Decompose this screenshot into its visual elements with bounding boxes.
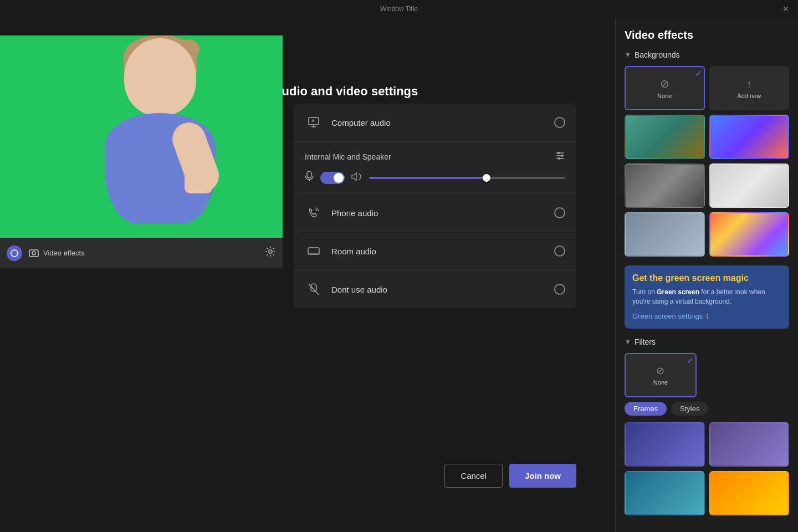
volume-icon [351, 172, 362, 183]
video-effects-label: Video effects [43, 249, 85, 257]
promo-text: Turn on Green screen for a better look w… [632, 288, 781, 306]
background-sunset[interactable] [709, 115, 790, 159]
person-head [124, 38, 196, 116]
background-office[interactable] [625, 115, 705, 159]
phone-audio-icon [305, 204, 323, 222]
svg-rect-1 [29, 250, 38, 257]
no-audio-radio[interactable] [554, 284, 565, 295]
filter-grid [625, 422, 789, 515]
background-colorful[interactable] [709, 212, 790, 257]
background-none[interactable]: ⊘ None ✓ [625, 66, 705, 110]
green-screen-promo: Get the green screen magic Turn on Green… [625, 265, 789, 329]
background-room[interactable] [625, 163, 705, 208]
room-audio-radio[interactable] [554, 245, 565, 257]
volume-slider-thumb [483, 174, 490, 182]
room-audio-label: Room audio [331, 247, 554, 256]
filter-item-1[interactable] [625, 422, 705, 467]
internal-mic-section: Internal Mic and Speaker [294, 142, 576, 194]
filter-none[interactable]: ⊘ None ✓ [625, 353, 697, 397]
background-blur[interactable] [625, 212, 705, 257]
camera-toggle[interactable] [7, 245, 22, 261]
no-audio-option[interactable]: Dont use audio [294, 270, 576, 308]
add-icon: ↑ [746, 78, 752, 90]
filter-item-2[interactable] [709, 422, 790, 467]
volume-slider-fill [369, 177, 487, 179]
filters-chevron-icon: ▼ [625, 338, 631, 346]
backgrounds-chevron-icon: ▼ [625, 51, 631, 59]
action-buttons: Cancel Join now [294, 464, 576, 488]
promo-bold: Green screen [657, 288, 699, 296]
mic-toggle-knob [334, 173, 344, 183]
svg-point-0 [11, 250, 18, 257]
add-label: Add new [737, 93, 761, 99]
none-icon: ⊘ [660, 77, 669, 90]
volume-slider[interactable] [369, 177, 565, 179]
promo-title: Get the green screen magic [632, 273, 781, 283]
audio-controls [305, 171, 565, 185]
filters-label: Filters [635, 337, 656, 346]
room-audio-icon [305, 242, 323, 260]
right-panel: Video effects ▼ Backgrounds ⊘ None ✓ ↑ A… [615, 18, 798, 532]
backgrounds-grid: ⊘ None ✓ ↑ Add new [625, 66, 789, 257]
tab-frames[interactable]: Frames [625, 402, 667, 416]
svg-rect-11 [307, 171, 311, 178]
computer-audio-option[interactable]: Computer audio [294, 104, 576, 142]
filter-tabs: Frames Styles [625, 402, 789, 416]
main-layout: Choose your audio and video settings [0, 18, 798, 532]
green-screen-settings-link[interactable]: Green screen settings ℹ [632, 312, 781, 321]
filters-section-header[interactable]: ▼ Filters [625, 337, 789, 346]
phone-audio-radio[interactable] [554, 207, 565, 218]
room-audio-option[interactable]: Room audio [294, 232, 576, 270]
video-feed [0, 35, 283, 238]
svg-point-8 [557, 152, 560, 154]
computer-audio-icon [305, 114, 323, 131]
right-panel-title: Video effects [625, 29, 789, 42]
close-button[interactable]: ✕ [782, 4, 789, 13]
computer-audio-label: Computer audio [331, 118, 554, 127]
svg-line-16 [309, 284, 319, 295]
cancel-button[interactable]: Cancel [444, 464, 503, 488]
video-effects-button[interactable]: Video effects [29, 248, 258, 258]
filter-none-icon: ⊘ [656, 365, 664, 377]
title-bar: Window Title ✕ [0, 0, 798, 18]
internal-mic-label: Internal Mic and Speaker [305, 152, 391, 161]
settings-button[interactable] [265, 246, 276, 260]
background-add-new[interactable]: ↑ Add new [709, 66, 790, 110]
filter-none-row: ⊘ None ✓ [625, 353, 789, 397]
phone-audio-label: Phone audio [331, 208, 554, 218]
svg-point-10 [558, 157, 560, 160]
internal-mic-header: Internal Mic and Speaker [305, 151, 565, 163]
filter-none-label: None [653, 379, 668, 386]
phone-audio-option[interactable]: Phone audio [294, 194, 576, 232]
svg-point-2 [32, 252, 35, 255]
green-screen-link-text: Green screen settings [632, 312, 703, 320]
mic-toggle[interactable] [320, 172, 345, 184]
audio-settings-icon[interactable] [555, 151, 565, 163]
join-now-button[interactable]: Join now [509, 464, 576, 488]
backgrounds-section-header[interactable]: ▼ Backgrounds [625, 50, 789, 59]
person-preview [66, 35, 254, 238]
filter-item-3[interactable] [625, 471, 705, 515]
no-audio-icon [305, 280, 323, 298]
selected-check: ✓ [695, 69, 702, 78]
video-preview: Video effects [0, 35, 283, 268]
no-audio-label: Dont use audio [331, 285, 554, 294]
window-title: Window Title [380, 5, 418, 13]
computer-audio-radio[interactable] [554, 117, 565, 128]
filter-item-4[interactable] [709, 471, 790, 515]
info-icon: ℹ [706, 312, 709, 321]
content-area: Choose your audio and video settings [0, 18, 615, 532]
audio-panel: Computer audio Internal Mic and Speaker [294, 104, 576, 308]
video-controls-bar: Video effects [0, 238, 283, 268]
mic-icon [305, 171, 314, 185]
filter-selected-check: ✓ [687, 356, 693, 365]
svg-point-3 [269, 250, 272, 253]
tab-styles[interactable]: Styles [671, 402, 708, 416]
background-white[interactable] [709, 163, 790, 208]
none-label: None [657, 93, 672, 99]
svg-point-9 [561, 155, 563, 157]
backgrounds-label: Backgrounds [635, 50, 680, 59]
person-hand [185, 160, 212, 193]
